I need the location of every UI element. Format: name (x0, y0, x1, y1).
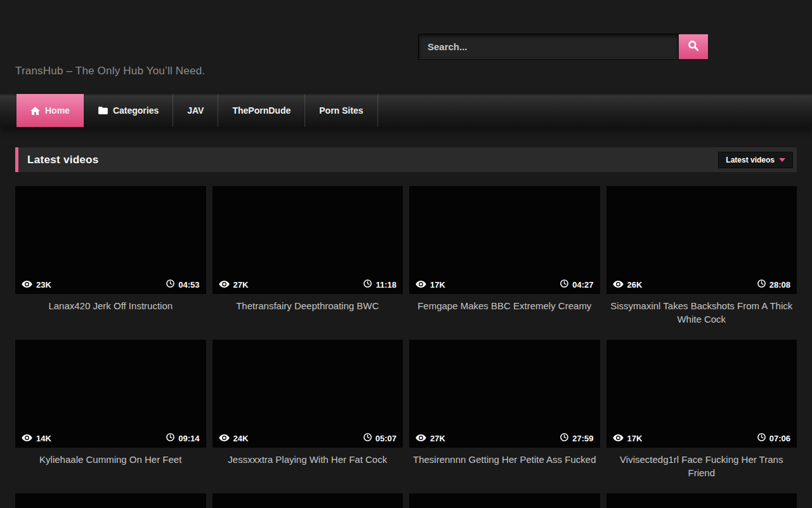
video-card[interactable] (213, 493, 403, 508)
eye-icon (219, 434, 230, 443)
video-thumbnail[interactable]: 17K04:27 (409, 186, 600, 294)
views-count: 17K (430, 280, 445, 290)
video-stats: 23K04:53 (15, 276, 206, 294)
eye-icon (613, 434, 624, 443)
main-content: Latest videos Latest videos 23K04:53Lana… (0, 147, 812, 508)
duration: 27:59 (572, 434, 593, 443)
views-count: 14K (36, 434, 51, 443)
video-title[interactable]: Sissymaxinl Takes Backshots From A Thick… (606, 299, 797, 327)
video-grid: 23K04:53Lanax420 Jerk Off Instruction27K… (15, 186, 797, 508)
nav-tab-porn-sites[interactable]: Porn Sites (305, 94, 377, 127)
video-title[interactable]: Thesirennnn Getting Her Petite Ass Fucke… (409, 453, 600, 481)
views-count: 17K (627, 434, 643, 443)
site-header: TransHub – The Only Hub You’ll Need. (0, 0, 812, 94)
folder-icon (98, 107, 108, 114)
nav-tab-jav[interactable]: JAV (173, 94, 218, 127)
video-card[interactable]: 26K28:08Sissymaxinl Takes Backshots From… (606, 186, 797, 327)
video-card[interactable] (606, 493, 797, 508)
nav-tab-categories[interactable]: Categories (84, 94, 173, 127)
video-thumbnail[interactable]: 23K04:53 (15, 186, 206, 294)
video-stats: 17K07:06 (606, 429, 797, 448)
duration: 11:18 (376, 280, 396, 290)
video-card[interactable]: 17K07:06Vivisectedg1rl Face Fucking Her … (606, 340, 797, 481)
nav-tab-home[interactable]: Home (16, 94, 84, 127)
video-card[interactable]: 24K05:07Jessxxxtra Playing With Her Fat … (213, 340, 403, 481)
search-button[interactable] (679, 34, 708, 59)
clock-icon (757, 279, 766, 290)
video-thumbnail[interactable]: 24K05:07 (213, 340, 403, 448)
video-thumbnail[interactable]: 17K07:06 (606, 340, 797, 448)
clock-icon (757, 433, 766, 443)
section-title: Latest videos (27, 154, 99, 166)
duration-stat: 07:06 (757, 433, 790, 443)
search-input[interactable] (419, 34, 679, 59)
video-stats: 17K04:27 (409, 276, 600, 294)
duration-stat: 05:07 (363, 433, 396, 443)
duration: 28:08 (769, 280, 790, 290)
duration: 09:14 (178, 434, 199, 443)
video-title[interactable]: Femgape Makes BBC Extremely Creamy (409, 299, 600, 327)
nav-tab-label: Porn Sites (319, 105, 363, 116)
section-header-bar: Latest videos Latest videos (15, 147, 797, 172)
video-thumbnail[interactable]: 27K27:59 (409, 340, 600, 448)
video-thumbnail[interactable] (15, 493, 206, 508)
video-card[interactable]: 27K11:18Thetransfairy Deepthroating BWC (213, 186, 403, 327)
video-card[interactable] (15, 493, 206, 508)
views-count: 27K (233, 280, 249, 290)
home-icon (30, 107, 40, 115)
video-thumbnail[interactable]: 27K11:18 (213, 186, 403, 294)
eye-icon (416, 434, 426, 443)
views-stat: 27K (416, 434, 445, 443)
video-thumbnail[interactable]: 14K09:14 (15, 340, 206, 448)
video-stats: 14K09:14 (15, 429, 206, 448)
video-thumbnail[interactable]: 26K28:08 (606, 186, 797, 294)
video-thumbnail[interactable] (606, 493, 797, 508)
views-stat: 14K (22, 434, 51, 443)
video-thumbnail[interactable] (409, 493, 600, 508)
duration-stat: 11:18 (363, 279, 396, 290)
views-stat: 17K (613, 434, 643, 443)
nav-tab-label: Categories (113, 105, 159, 116)
duration: 04:27 (572, 280, 593, 290)
clock-icon (166, 279, 174, 290)
video-title[interactable]: Jessxxxtra Playing With Her Fat Cock (213, 453, 403, 481)
duration-stat: 04:27 (560, 279, 593, 290)
site-tagline: TransHub – The Only Hub You’ll Need. (15, 65, 205, 77)
main-nav: HomeCategoriesJAVThePornDudePorn Sites (0, 94, 812, 127)
video-card[interactable]: 14K09:14Kyliehaale Cumming On Her Feet (15, 340, 206, 481)
clock-icon (166, 433, 174, 443)
video-thumbnail[interactable] (213, 493, 403, 508)
sort-dropdown-label: Latest videos (726, 156, 775, 164)
search-form (419, 34, 708, 59)
eye-icon (613, 280, 624, 290)
eye-icon (219, 280, 230, 290)
views-count: 26K (627, 280, 643, 290)
views-stat: 17K (416, 280, 445, 290)
nav-tab-label: JAV (187, 105, 204, 116)
views-stat: 27K (219, 280, 249, 290)
video-card[interactable]: 23K04:53Lanax420 Jerk Off Instruction (15, 186, 206, 327)
nav-tab-theporndude[interactable]: ThePornDude (218, 94, 305, 127)
video-card[interactable] (409, 493, 600, 508)
sort-dropdown-button[interactable]: Latest videos (718, 152, 793, 168)
eye-icon (416, 280, 426, 290)
video-title[interactable]: Kyliehaale Cumming On Her Feet (15, 453, 206, 481)
nav-tab-label: ThePornDude (232, 105, 291, 116)
video-card[interactable]: 27K27:59Thesirennnn Getting Her Petite A… (409, 340, 600, 481)
clock-icon (363, 279, 372, 290)
duration-stat: 27:59 (560, 433, 593, 443)
views-count: 24K (233, 434, 249, 443)
duration: 04:53 (178, 280, 199, 290)
video-card[interactable]: 17K04:27Femgape Makes BBC Extremely Crea… (409, 186, 600, 327)
video-title[interactable]: Lanax420 Jerk Off Instruction (15, 299, 206, 327)
clock-icon (560, 279, 568, 290)
video-stats: 24K05:07 (213, 429, 403, 448)
eye-icon (22, 280, 32, 290)
views-stat: 23K (22, 280, 51, 290)
video-title[interactable]: Thetransfairy Deepthroating BWC (213, 299, 403, 327)
caret-down-icon (779, 158, 785, 162)
views-stat: 24K (219, 434, 249, 443)
duration: 07:06 (769, 434, 790, 443)
video-title[interactable]: Vivisectedg1rl Face Fucking Her Trans Fr… (606, 453, 797, 481)
views-stat: 26K (613, 280, 643, 290)
